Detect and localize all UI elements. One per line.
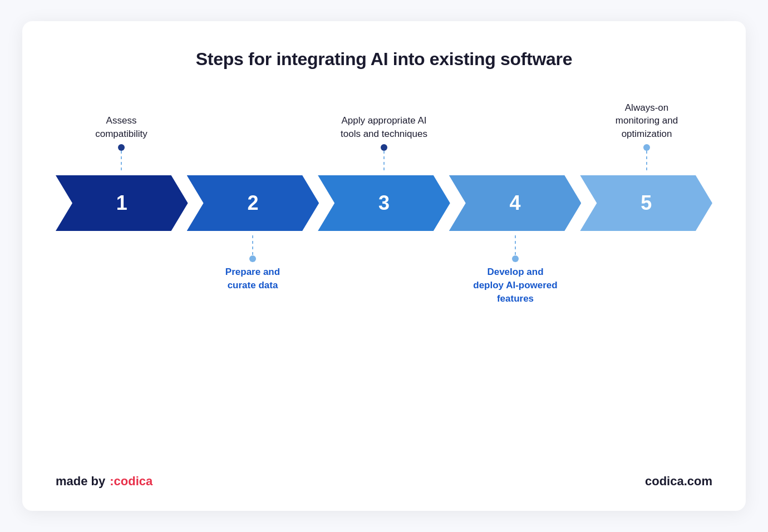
dashed-line-top-1 [121, 151, 122, 171]
arrow-segment-2: 2 [187, 175, 319, 231]
labels-bottom-row: Prepare and curate data Develop and depl… [56, 231, 712, 320]
dot-top-3 [381, 144, 387, 151]
dashed-line-bottom-4 [515, 235, 516, 255]
dashed-line-bottom-2 [252, 235, 253, 255]
dot-bottom-4 [512, 255, 519, 262]
label-text-1: Assess compatibility [95, 114, 147, 141]
dot-bottom-2 [249, 255, 256, 262]
dot-line-bottom-4 [512, 235, 519, 262]
step-number-5: 5 [641, 191, 652, 215]
step-number-1: 1 [116, 191, 127, 215]
dot-top-1 [118, 144, 125, 151]
label-bottom-2: Prepare and curate data [187, 231, 318, 320]
label-top-3: Apply appropriate AI tools and technique… [318, 103, 450, 175]
dot-line-top-5 [643, 144, 650, 171]
label-text-3: Apply appropriate AI tools and technique… [341, 114, 427, 141]
page-title: Steps for integrating AI into existing s… [196, 49, 572, 70]
made-by-label: made by [56, 474, 105, 489]
dot-line-bottom-2 [249, 235, 256, 262]
arrow-segment-4: 4 [449, 175, 582, 231]
label-text-bottom-2: Prepare and curate data [225, 265, 280, 292]
brand-name: :codica [110, 474, 152, 489]
arrow-segment-1: 1 [56, 175, 188, 231]
step-number-4: 4 [510, 191, 521, 215]
label-top-5: Always-on monitoring and optimization [581, 103, 712, 175]
dashed-line-top-5 [646, 151, 647, 171]
dashed-line-top-3 [383, 151, 385, 171]
label-bottom-4: Develop and deploy AI-powered features [450, 231, 581, 320]
made-by-section: made by :codica [56, 474, 152, 489]
main-card: Steps for integrating AI into existing s… [22, 21, 746, 511]
dot-top-5 [643, 144, 650, 151]
diagram-area: Assess compatibility Apply appropriate A… [56, 103, 712, 320]
dot-line-top-1 [118, 144, 125, 171]
arrow-segment-3: 3 [318, 175, 450, 231]
step-number-3: 3 [378, 191, 390, 215]
footer: made by :codica codica.com [56, 457, 712, 489]
labels-top-row: Assess compatibility Apply appropriate A… [56, 103, 712, 175]
step-number-2: 2 [247, 191, 258, 215]
label-top-1: Assess compatibility [56, 103, 187, 175]
label-text-5: Always-on monitoring and optimization [616, 101, 678, 141]
arrow-segment-5: 5 [580, 175, 712, 231]
label-text-bottom-4: Develop and deploy AI-powered features [473, 265, 557, 305]
codica-url: codica.com [645, 474, 712, 489]
arrow-bar: 1 2 3 4 5 [56, 175, 712, 231]
dot-line-top-3 [381, 144, 387, 171]
